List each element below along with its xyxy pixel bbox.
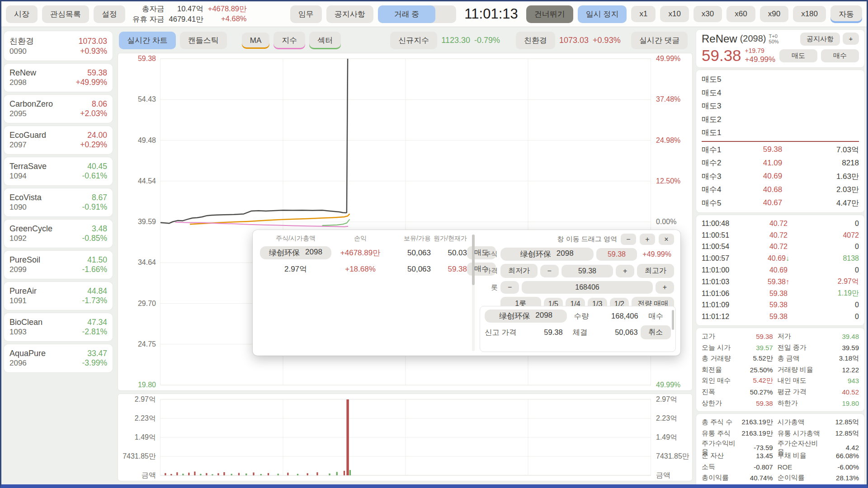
tick-time: 11:01:03 bbox=[702, 278, 743, 286]
watchlist-item[interactable]: EcoVista 8.67 1090 -0.91% bbox=[4, 188, 113, 216]
tick-row[interactable]: 11:01:00 40.69 0 bbox=[702, 264, 859, 276]
pause-button[interactable]: 일시 정지 bbox=[578, 5, 627, 23]
auto-button[interactable]: 자동 bbox=[830, 5, 862, 23]
tab-candlestick[interactable]: 캔들스틱 bbox=[180, 32, 227, 49]
ask-row[interactable]: 매도2 bbox=[702, 113, 859, 127]
bid-row[interactable]: 매수1 59.38 7.03억 bbox=[702, 143, 859, 157]
trade-stock-code: 2098 bbox=[557, 249, 574, 259]
tick-row[interactable]: 11:01:03 59.38↑ 2.97억 bbox=[702, 276, 859, 288]
watchlist-button[interactable]: 관심목록 bbox=[42, 5, 89, 23]
market-button[interactable]: 시장 bbox=[6, 5, 38, 23]
watchlist-item[interactable]: BioClean 47.34 1093 -2.81% bbox=[4, 313, 113, 341]
holding-stock-chip[interactable]: 绿创环保 2098 bbox=[260, 246, 331, 259]
maximize-button[interactable]: + bbox=[640, 234, 655, 245]
watchlist-item[interactable]: GreenCycle 3.48 1092 -0.85% bbox=[4, 220, 113, 248]
detail-buy-button[interactable]: 매수 bbox=[821, 49, 859, 62]
notice-button[interactable]: 공지사항 bbox=[326, 5, 373, 23]
tick-price: 59.38 bbox=[743, 313, 814, 321]
stock-detail-panel: ReNew (2098) T+0 50% 공지사항 + 59.38 +19.79… bbox=[696, 28, 867, 484]
speed-x60-button[interactable]: x60 bbox=[726, 6, 755, 22]
watchlist-item[interactable]: ReNew 59.38 2098 +49.99% bbox=[4, 64, 113, 92]
holding-current-price: 59.38 bbox=[431, 265, 467, 274]
tick-row[interactable]: 11:00:51 40.72 4072 bbox=[702, 230, 859, 241]
holdings-col-stock: 주식/시가총액 bbox=[260, 235, 331, 243]
total-funds-label: 총자금 bbox=[132, 4, 165, 14]
minimize-button[interactable]: − bbox=[621, 234, 636, 245]
mission-button[interactable]: 임무 bbox=[290, 5, 322, 23]
watchlist-item[interactable]: PureSoil 41.50 2099 -1.66% bbox=[4, 251, 113, 279]
holding-stock-name: 绿创环保 bbox=[269, 248, 300, 258]
tick-row[interactable]: 11:00:48 40.72 0 bbox=[702, 218, 859, 230]
stat-value: 59.38 bbox=[741, 333, 778, 340]
stock-name: EcoVista bbox=[9, 193, 42, 202]
watchlist-item[interactable]: AquaPure 33.47 2096 -3.99% bbox=[4, 344, 113, 372]
detail-notice-button[interactable]: 공지사항 bbox=[800, 33, 840, 46]
bid-row[interactable]: 매수5 40.67 4.47만 bbox=[702, 197, 859, 210]
pct-tick: 37.48% bbox=[656, 95, 680, 103]
trade-stock-chip[interactable]: 绿创环保 2098 bbox=[500, 248, 594, 261]
skip-button[interactable]: 건너뛰기 bbox=[526, 5, 573, 23]
bid-volume: 1.63만 bbox=[809, 171, 859, 182]
speed-x10-button[interactable]: x10 bbox=[660, 6, 689, 22]
stat-label: 고가 bbox=[702, 332, 741, 341]
order-cancel-button[interactable]: 취소 bbox=[641, 325, 671, 339]
overlay-sector-toggle[interactable]: 섹터 bbox=[309, 32, 341, 49]
watchlist-item[interactable]: EcoGuard 24.00 2097 +0.29% bbox=[4, 126, 113, 154]
chart-header: 실시간 차트 캔들스틱 MA 지수 섹터 신규지수 1123.30 -0.79%… bbox=[118, 29, 692, 53]
detail-sell-button[interactable]: 매도 bbox=[779, 49, 817, 62]
lot-input[interactable]: 168406 bbox=[522, 281, 652, 294]
price-input[interactable]: 59.38 bbox=[561, 265, 613, 277]
speed-x90-button[interactable]: x90 bbox=[760, 6, 788, 22]
add-to-watchlist-button[interactable]: + bbox=[843, 33, 859, 45]
dialog-scrollbar[interactable] bbox=[472, 235, 475, 351]
new-index-value: 1123.30 bbox=[441, 36, 470, 45]
stat-value: 2163.19만 bbox=[741, 429, 778, 438]
drag-area-label[interactable]: 창 이동 드래그 영역 bbox=[557, 235, 617, 244]
stat-label: 오늘 시가 bbox=[702, 343, 741, 352]
speed-x1-button[interactable]: x1 bbox=[631, 6, 656, 22]
watchlist-item[interactable]: 친환경 1073.03 0090 +0.93% bbox=[4, 31, 113, 61]
tick-row[interactable]: 11:00:54 40.72 0 bbox=[702, 241, 859, 253]
stock-code: 2097 bbox=[9, 141, 27, 150]
watchlist-item[interactable]: PureAir 44.84 1091 -1.73% bbox=[4, 282, 113, 310]
tick-row[interactable]: 11:01:12 59.38 0 bbox=[702, 311, 859, 323]
speed-x30-button[interactable]: x30 bbox=[693, 6, 722, 22]
stat-label: 유통 주식 bbox=[702, 429, 741, 438]
dialog-scrollbar-thumb[interactable] bbox=[472, 235, 475, 285]
close-icon[interactable]: × bbox=[659, 234, 674, 245]
ask-row[interactable]: 매도1 bbox=[702, 126, 859, 140]
live-comments-button[interactable]: 실시간 댓글 bbox=[631, 32, 688, 49]
overlay-ma-toggle[interactable]: MA bbox=[242, 33, 270, 49]
watchlist-item[interactable]: CarbonZero 8.06 2095 +2.03% bbox=[4, 95, 113, 123]
price-minus-button[interactable]: − bbox=[540, 265, 559, 277]
tick-volume: 1.19만 bbox=[814, 289, 859, 298]
tick-row[interactable]: 11:00:57 40.69↓ 8138 bbox=[702, 253, 859, 264]
bid-row[interactable]: 매수2 41.09 8218 bbox=[702, 156, 859, 170]
tick-row[interactable]: 11:01:06 59.38 1.19만 bbox=[702, 288, 859, 300]
volume-plot[interactable] bbox=[160, 399, 651, 475]
lot-minus-button[interactable]: − bbox=[500, 281, 519, 294]
stat-row: 총 거래량 5.52만 총 금액 3.18억 bbox=[702, 353, 859, 364]
holding-pnl-pct: +18.68% bbox=[331, 265, 389, 274]
order-box-scrollbar-thumb[interactable] bbox=[672, 310, 674, 330]
ask-row[interactable]: 매도5 bbox=[702, 73, 859, 86]
price-plus-button[interactable]: + bbox=[616, 265, 634, 277]
overlay-index-toggle[interactable]: 지수 bbox=[274, 32, 305, 49]
stat-row: 진폭 50.27% 평균 가격 40.52 bbox=[702, 386, 859, 398]
lowest-price-button[interactable]: 최저가 bbox=[500, 264, 538, 278]
speed-x180-button[interactable]: x180 bbox=[793, 6, 826, 22]
tick-row[interactable]: 11:01:09 59.38 0 bbox=[702, 300, 859, 311]
stock-change: -0.91% bbox=[82, 202, 107, 212]
lot-plus-button[interactable]: + bbox=[656, 281, 674, 294]
ask-row[interactable]: 매도3 bbox=[702, 99, 859, 113]
sector-index-button[interactable]: 친환경 bbox=[516, 32, 555, 49]
highest-price-button[interactable]: 최고가 bbox=[637, 264, 674, 278]
ask-row[interactable]: 매도4 bbox=[702, 86, 859, 100]
bid-row[interactable]: 매수4 40.68 2.03만 bbox=[702, 183, 859, 197]
bid-row[interactable]: 매수3 40.69 1.63만 bbox=[702, 170, 859, 183]
watchlist-item[interactable]: TerraSave 40.45 1094 -0.61% bbox=[4, 157, 113, 185]
tab-realtime-chart[interactable]: 실시간 차트 bbox=[119, 32, 176, 49]
stat-label: 총 거래량 bbox=[702, 354, 741, 363]
new-index-button[interactable]: 신규지수 bbox=[390, 32, 437, 49]
settings-button[interactable]: 설정 bbox=[94, 5, 125, 23]
